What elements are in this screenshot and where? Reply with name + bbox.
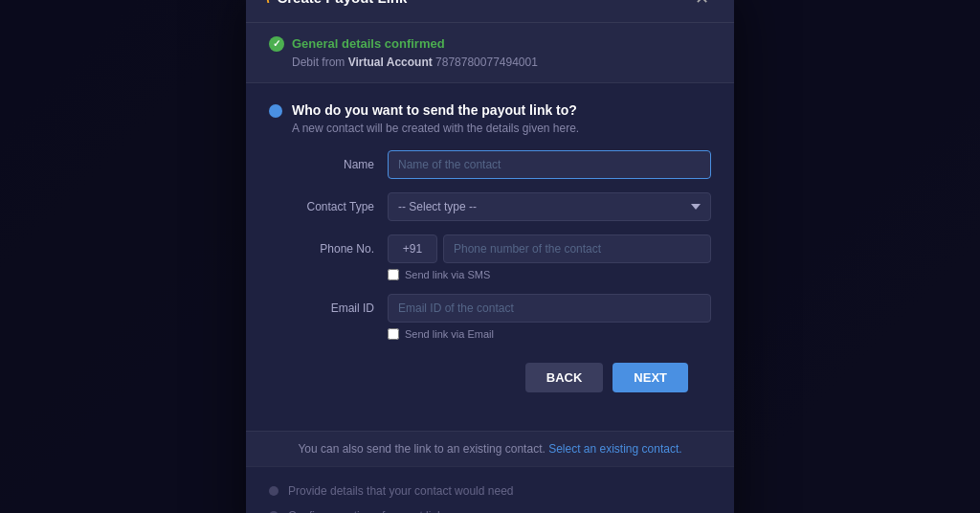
existing-contact-banner: You can also send the link to an existin…	[246, 431, 734, 466]
name-control-group	[388, 150, 711, 179]
contact-type-field-row: Contact Type -- Select type -- Individua…	[269, 192, 711, 221]
contact-type-label: Contact Type	[292, 192, 388, 213]
modal-logo-icon: \	[265, 0, 269, 7]
pending-label-2: Confirm creation of payout link	[288, 509, 443, 514]
phone-control-group: +91 Send link via SMS	[388, 234, 711, 280]
phone-label: Phone No.	[292, 234, 388, 256]
step-dot-blue	[269, 104, 282, 118]
pending-dot-1	[269, 486, 278, 496]
modal-title-group: \ Create Payout Link	[265, 0, 407, 7]
step-active-title: Who do you want to send the payout link …	[292, 102, 579, 118]
step-active-text: Who do you want to send the payout link …	[292, 102, 579, 135]
step-active-section: Who do you want to send the payout link …	[246, 83, 734, 431]
next-button[interactable]: NEXT	[612, 363, 688, 392]
create-payout-modal: \ Create Payout Link ✕ ✓ General details…	[246, 0, 734, 513]
step-active-subtitle: A new contact will be created with the d…	[292, 122, 579, 135]
pending-steps-section: Provide details that your contact would …	[246, 466, 734, 514]
phone-country-code: +91	[388, 234, 437, 263]
name-field-row: Name	[269, 150, 711, 179]
existing-contact-link[interactable]: Select an existing contact.	[548, 442, 681, 456]
back-button[interactable]: BACK	[525, 363, 604, 392]
step-confirmed-section: ✓ General details confirmed Debit from V…	[246, 23, 734, 83]
check-icon: ✓	[269, 36, 284, 52]
sms-checkbox-label: Send link via SMS	[405, 269, 490, 280]
modal-actions: BACK NEXT	[269, 353, 711, 412]
close-button[interactable]: ✕	[689, 0, 715, 9]
contact-type-select[interactable]: -- Select type -- Individual Business	[388, 192, 711, 221]
pending-label-1: Provide details that your contact would …	[288, 484, 513, 498]
email-control-group: Send link via Email	[388, 294, 711, 340]
email-checkbox[interactable]	[388, 328, 399, 340]
step-confirmed-title: ✓ General details confirmed	[269, 36, 711, 52]
name-label: Name	[292, 150, 388, 171]
pending-step-2: Confirm creation of payout link	[269, 503, 711, 514]
pending-step-1: Provide details that your contact would …	[269, 479, 711, 503]
modal-overlay: \ Create Payout Link ✕ ✓ General details…	[0, 0, 980, 513]
email-field-row: Email ID Send link via Email	[269, 294, 711, 340]
contact-type-control-group: -- Select type -- Individual Business	[388, 192, 711, 221]
name-input[interactable]	[388, 150, 711, 179]
phone-row: +91	[388, 234, 711, 263]
phone-field-row: Phone No. +91 Send link via SMS	[269, 234, 711, 280]
step-confirmed-subtitle: Debit from Virtual Account 7878780077494…	[269, 56, 711, 69]
sms-checkbox[interactable]	[388, 269, 399, 280]
step-active-header: Who do you want to send the payout link …	[269, 102, 711, 135]
modal-title: Create Payout Link	[277, 0, 407, 6]
email-checkbox-row: Send link via Email	[388, 328, 711, 340]
email-label: Email ID	[292, 294, 388, 315]
modal-header: \ Create Payout Link ✕	[246, 0, 734, 23]
email-checkbox-label: Send link via Email	[405, 328, 494, 340]
phone-input[interactable]	[443, 234, 711, 263]
sms-checkbox-row: Send link via SMS	[388, 269, 711, 280]
email-input[interactable]	[388, 294, 711, 323]
existing-contact-prefix: You can also send the link to an existin…	[298, 442, 545, 456]
